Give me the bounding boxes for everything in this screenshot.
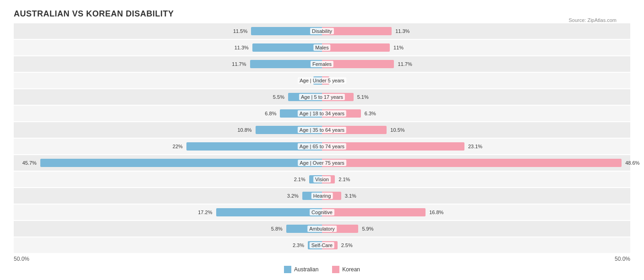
- val-right: 2.5%: [339, 242, 353, 248]
- val-right: 48.6%: [623, 160, 639, 166]
- bar-row: Age | Over 75 years45.7%48.6%: [14, 155, 630, 171]
- axis-left: 50.0%: [14, 256, 29, 262]
- axis-row: 50.0% 50.0%: [14, 256, 630, 262]
- bar-label: Disability: [310, 28, 334, 34]
- bar-label: Females: [311, 61, 333, 67]
- bar-label: Cognitive: [310, 209, 334, 215]
- val-right: 11%: [392, 45, 404, 50]
- bar-row: Ambulatory5.8%5.9%: [14, 221, 630, 237]
- val-left: 11.3%: [235, 45, 251, 50]
- val-left: 17.2%: [198, 210, 214, 215]
- bar-right: [322, 43, 390, 52]
- bar-label: Hearing: [311, 193, 333, 199]
- legend-item: Australian: [284, 266, 318, 273]
- bar-label: Age | 35 to 64 years: [298, 127, 346, 133]
- axis-right: 50.0%: [615, 256, 630, 262]
- val-right: 10.5%: [388, 127, 404, 133]
- chart-container: Disability11.5%11.3%Males11.3%11%Females…: [14, 23, 630, 253]
- legend-color-box: [332, 266, 339, 273]
- bar-right: [322, 159, 622, 167]
- bar-label: Age | 18 to 34 years: [298, 110, 346, 117]
- legend-label: Korean: [342, 266, 360, 273]
- val-right: 11.7%: [396, 61, 412, 67]
- bar-row: Age | 35 to 64 years10.8%10.5%: [14, 122, 630, 138]
- bar-label: Age | 5 to 17 years: [299, 94, 345, 100]
- bar-label: Self-Care: [310, 242, 334, 248]
- chart-title: AUSTRALIAN VS KOREAN DISABILITY: [14, 9, 630, 19]
- bar-label: Males: [313, 44, 330, 51]
- bar-label: Age | Over 75 years: [298, 160, 346, 166]
- legend-label: Australian: [294, 266, 318, 273]
- bar-row: Age | 18 to 34 years6.8%6.3%: [14, 106, 630, 121]
- bar-label: Age | 65 to 74 years: [298, 143, 346, 150]
- val-left: 5.5%: [273, 94, 286, 100]
- bar-left: [216, 208, 322, 216]
- bar-row: Males11.3%11%: [14, 40, 630, 55]
- val-right: 16.8%: [427, 210, 443, 215]
- val-right: 3.1%: [343, 193, 356, 199]
- bar-row: Females11.7%11.7%: [14, 56, 630, 72]
- val-right: 23.1%: [466, 144, 482, 149]
- bar-left: [40, 159, 322, 167]
- val-right: 5.9%: [360, 226, 373, 232]
- bar-row: Hearing3.2%3.1%: [14, 188, 630, 204]
- chart-wrapper: AUSTRALIAN VS KOREAN DISABILITY Source: …: [14, 9, 630, 273]
- bar-label: Ambulatory: [307, 226, 337, 232]
- bar-row: Age | Under 5 years1.4%1.2%: [14, 73, 630, 88]
- val-left: 11.5%: [233, 28, 249, 34]
- val-left: 2.3%: [293, 242, 306, 248]
- legend: AustralianKorean: [14, 266, 630, 273]
- bar-label: Age | Under 5 years: [298, 77, 346, 84]
- bar-row: Self-Care2.3%2.5%: [14, 237, 630, 253]
- val-right: 2.1%: [337, 177, 350, 182]
- bar-row: Age | 65 to 74 years22%23.1%: [14, 139, 630, 154]
- val-right: 6.3%: [363, 111, 376, 116]
- val-left: 3.2%: [287, 193, 300, 199]
- bar-row: Cognitive17.2%16.8%: [14, 205, 630, 220]
- val-left: 5.8%: [271, 226, 284, 232]
- val-left: 2.1%: [294, 177, 307, 182]
- legend-color-box: [284, 266, 291, 273]
- bar-row: Disability11.5%11.3%: [14, 23, 630, 39]
- bar-row: Vision2.1%2.1%: [14, 172, 630, 187]
- val-right: 5.1%: [355, 94, 369, 100]
- val-left: 22%: [173, 144, 185, 149]
- val-left: 6.8%: [265, 111, 278, 116]
- val-left: 45.7%: [22, 160, 38, 166]
- bar-left: [252, 43, 322, 52]
- legend-item: Korean: [332, 266, 360, 273]
- bar-row: Age | 5 to 17 years5.5%5.1%: [14, 89, 630, 105]
- bar-label: Vision: [313, 176, 331, 183]
- bar-right: [322, 208, 426, 216]
- val-left: 10.8%: [237, 127, 253, 133]
- val-right: 11.3%: [393, 28, 409, 34]
- source-label: Source: ZipAtlas.com: [568, 17, 617, 23]
- val-left: 11.7%: [232, 61, 248, 67]
